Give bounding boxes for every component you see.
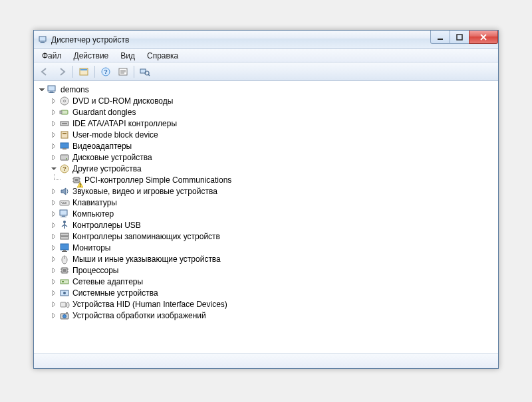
tree-category-label: Процессоры bbox=[72, 266, 119, 275]
tree-category[interactable]: Процессоры bbox=[50, 264, 498, 276]
expand-icon[interactable] bbox=[50, 312, 58, 320]
tree-category-label: Устройства HID (Human Interface Devices) bbox=[72, 300, 227, 309]
expand-icon[interactable] bbox=[50, 108, 58, 116]
disk-icon bbox=[59, 152, 70, 163]
toolbar-scan-button[interactable] bbox=[137, 64, 153, 79]
expand-icon[interactable] bbox=[50, 142, 58, 150]
expand-icon[interactable] bbox=[50, 210, 58, 218]
tree-category[interactable]: Сетевые адаптеры bbox=[50, 276, 498, 287]
toolbar-show-hidden-button[interactable] bbox=[76, 64, 92, 79]
tree-category-label: Сетевые адаптеры bbox=[72, 277, 143, 286]
block-icon bbox=[59, 130, 70, 140]
expand-icon[interactable] bbox=[50, 278, 58, 286]
svg-rect-18 bbox=[49, 92, 55, 93]
svg-rect-2 bbox=[40, 43, 45, 43]
cpu-icon bbox=[59, 265, 70, 276]
toolbar-help-button[interactable]: ? bbox=[98, 64, 114, 79]
expand-icon[interactable] bbox=[50, 266, 58, 274]
tree-category[interactable]: Устройства обработки изображений bbox=[50, 310, 498, 321]
expand-icon[interactable] bbox=[50, 97, 58, 105]
svg-rect-0 bbox=[39, 37, 46, 41]
tree-category-label: IDE ATA/ATAPI контроллеры bbox=[72, 119, 177, 128]
toolbar-forward-button[interactable] bbox=[54, 64, 70, 79]
expand-icon[interactable] bbox=[50, 153, 58, 161]
maximize-button[interactable] bbox=[450, 31, 469, 44]
keyboard-icon bbox=[59, 197, 70, 208]
toolbar-properties-button[interactable] bbox=[115, 64, 131, 79]
tree-category[interactable]: Устройства HID (Human Interface Devices) bbox=[50, 298, 498, 310]
ide-icon bbox=[59, 118, 70, 129]
expand-icon[interactable] bbox=[50, 289, 58, 297]
expand-icon[interactable] bbox=[50, 199, 58, 207]
device-tree[interactable]: demons DVD и CD-ROM дисководыGuardant do… bbox=[34, 81, 498, 353]
tree-category[interactable]: Видеоадаптеры bbox=[50, 140, 498, 151]
menu-action[interactable]: Действие bbox=[68, 50, 114, 62]
toolbar-back-button[interactable] bbox=[37, 64, 53, 79]
expand-icon[interactable] bbox=[50, 244, 58, 252]
tree-category[interactable]: Системные устройства bbox=[50, 287, 498, 298]
expand-icon[interactable] bbox=[50, 120, 58, 128]
tree-category[interactable]: Guardant dongles bbox=[50, 106, 498, 118]
svg-rect-17 bbox=[50, 91, 53, 92]
tree-category-label: Мониторы bbox=[72, 243, 110, 252]
tree-category-label: Контроллеры запоминающих устройств bbox=[72, 232, 220, 241]
svg-rect-16 bbox=[48, 86, 55, 91]
display-icon bbox=[59, 141, 70, 151]
tree-root[interactable]: demons bbox=[38, 84, 498, 95]
toolbar-separator bbox=[94, 66, 95, 78]
tree-root-label: demons bbox=[61, 85, 89, 94]
tree-category[interactable]: User-mode block device bbox=[50, 129, 498, 140]
tree-category[interactable]: Дисковые устройства bbox=[50, 151, 498, 163]
expand-icon[interactable] bbox=[50, 255, 58, 263]
tree-category[interactable]: Контроллеры запоминающих устройств bbox=[50, 231, 498, 242]
tree-category-label: Видеоадаптеры bbox=[72, 142, 132, 151]
tree-category[interactable]: IDE ATA/ATAPI контроллеры bbox=[50, 118, 498, 129]
mouse-icon bbox=[59, 254, 70, 264]
svg-line-15 bbox=[148, 74, 150, 76]
tree-category[interactable]: Мониторы bbox=[50, 242, 498, 253]
tree-category[interactable]: DVD и CD-ROM дисководы bbox=[50, 95, 498, 106]
tree-category-label: Guardant dongles bbox=[72, 108, 136, 117]
collapse-icon[interactable] bbox=[50, 165, 58, 173]
toolbar-separator bbox=[72, 66, 73, 78]
computer-icon bbox=[47, 84, 58, 95]
menu-view[interactable]: Вид bbox=[115, 50, 140, 62]
tree-category[interactable]: Мыши и иные указывающие устройства bbox=[50, 253, 498, 264]
dvd-icon bbox=[59, 96, 70, 106]
svg-rect-4 bbox=[457, 35, 462, 40]
tree-category[interactable]: Контроллеры USB bbox=[50, 219, 498, 231]
tree-category-label: Дисковые устройства bbox=[72, 153, 152, 162]
tree-category-label: Системные устройства bbox=[72, 288, 158, 298]
tree-category[interactable]: Звуковые, видео и игровые устройства bbox=[50, 185, 498, 197]
tree-device-label: PCI-контроллер Simple Communications bbox=[84, 175, 231, 185]
toolbar: ? bbox=[34, 62, 498, 81]
menu-help[interactable]: Справка bbox=[142, 50, 184, 62]
expand-icon[interactable] bbox=[50, 300, 58, 308]
tree-category[interactable]: Компьютер bbox=[50, 208, 498, 219]
titlebar[interactable]: Диспетчер устройств bbox=[34, 31, 498, 49]
device-chip-icon bbox=[71, 175, 82, 185]
close-button[interactable] bbox=[469, 31, 498, 44]
svg-text:?: ? bbox=[104, 68, 108, 75]
network-icon bbox=[59, 276, 70, 287]
dongle-icon bbox=[59, 107, 70, 118]
tree-device[interactable]: PCI-контроллер Simple Communications bbox=[62, 174, 498, 185]
storage-icon bbox=[59, 231, 70, 242]
expand-icon[interactable] bbox=[50, 187, 58, 195]
svg-rect-6 bbox=[80, 69, 87, 70]
expand-icon[interactable] bbox=[50, 221, 58, 229]
tree-category[interactable]: Клавиатуры bbox=[50, 197, 498, 208]
statusbar bbox=[34, 353, 498, 368]
minimize-button[interactable] bbox=[430, 31, 450, 44]
menu-file[interactable]: Файл bbox=[37, 50, 67, 62]
device-manager-window: Диспетчер устройств Файл Действие Вид Сп… bbox=[33, 30, 499, 369]
tree-category-label: Другие устройства bbox=[72, 164, 142, 173]
tree-category-label: Мыши и иные указывающие устройства bbox=[72, 254, 221, 264]
expand-icon[interactable] bbox=[50, 131, 58, 139]
tree-category[interactable]: Другие устройства bbox=[50, 163, 498, 174]
imaging-icon bbox=[59, 310, 70, 321]
expand-icon[interactable] bbox=[50, 233, 58, 241]
monitor-icon bbox=[59, 243, 70, 253]
tree-category-label: DVD и CD-ROM дисководы bbox=[72, 96, 173, 106]
collapse-icon[interactable] bbox=[38, 86, 46, 94]
